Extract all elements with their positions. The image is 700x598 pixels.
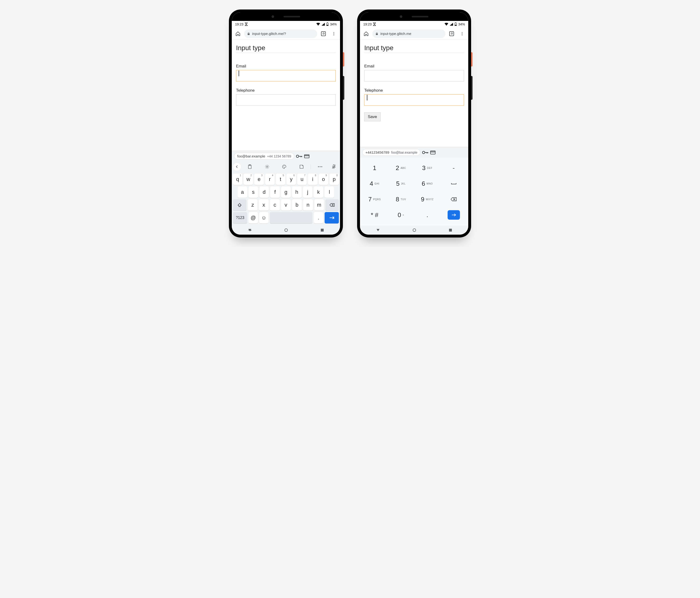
key-r[interactable]: r4 [265, 174, 274, 185]
svg-rect-35 [425, 152, 428, 153]
overflow-menu[interactable] [458, 29, 466, 38]
key-z[interactable]: z [248, 199, 258, 211]
key-g[interactable]: g [281, 186, 291, 198]
backspace-key[interactable] [325, 199, 339, 211]
telephone-field[interactable] [236, 94, 336, 106]
save-button[interactable]: Save [364, 112, 381, 121]
key-icon[interactable] [296, 154, 302, 158]
address-bar[interactable]: input-type.glitch.me/? [244, 29, 317, 38]
tab-switcher[interactable]: :D [447, 29, 456, 38]
key-b[interactable]: b [292, 199, 302, 211]
numkey-3[interactable]: 3DEF [414, 160, 441, 176]
key-o[interactable]: o9 [319, 174, 328, 185]
email-label: Email [236, 64, 336, 69]
clipboard-icon[interactable] [242, 161, 258, 172]
svg-point-40 [413, 229, 416, 231]
back-button[interactable] [376, 228, 380, 232]
wifi-icon [445, 23, 448, 26]
key-icon[interactable] [422, 151, 428, 154]
numkey-␣[interactable] [441, 176, 467, 192]
numkey-5[interactable]: 5JKL [388, 176, 414, 192]
at-key[interactable]: @ [249, 212, 258, 223]
key-j[interactable]: j [303, 186, 312, 198]
collapse-toolbar-button[interactable] [233, 163, 241, 171]
signal-icon [322, 23, 325, 26]
sticker-icon[interactable] [294, 161, 310, 172]
lock-icon [247, 32, 250, 35]
numkey-⌫[interactable] [441, 192, 467, 207]
tab-switcher[interactable]: :D [319, 29, 328, 38]
home-nav-button[interactable] [284, 228, 288, 232]
autofill-suggestion[interactable]: +44123456789 foo@bar.example [362, 149, 420, 156]
gear-icon[interactable] [259, 161, 275, 172]
key-s[interactable]: s [249, 186, 258, 198]
key-p[interactable]: p0 [330, 174, 339, 185]
key-e[interactable]: e3 [254, 174, 264, 185]
back-button[interactable] [248, 228, 252, 232]
hourglass-icon [373, 23, 376, 26]
key-m[interactable]: m [315, 199, 324, 211]
key-i[interactable]: i8 [308, 174, 317, 185]
key-t[interactable]: t5 [276, 174, 285, 185]
numkey-9[interactable]: 9WXYZ [414, 192, 441, 207]
numkey-.[interactable]: . [414, 207, 441, 223]
key-x[interactable]: x [259, 199, 269, 211]
key-l[interactable]: l [325, 186, 334, 198]
text-cursor [367, 95, 367, 100]
key-n[interactable]: n [303, 199, 313, 211]
recents-button[interactable] [321, 228, 324, 232]
overflow-menu[interactable] [330, 29, 338, 38]
numkey-4[interactable]: 4GHI [361, 176, 388, 192]
svg-rect-36 [427, 152, 427, 153]
home-button[interactable] [234, 29, 242, 38]
speaker-grill [412, 16, 428, 17]
key-f[interactable]: f [270, 186, 280, 198]
suggestion-tel: +44 1234 56789 [267, 154, 291, 158]
numkey-2[interactable]: 2ABC [388, 160, 414, 176]
key-k[interactable]: k [314, 186, 323, 198]
page-content: Input type Email Telephone [232, 40, 340, 151]
palette-icon[interactable] [276, 161, 293, 172]
numkey--[interactable]: - [441, 160, 467, 176]
numkey-7[interactable]: 7PQRS [361, 192, 388, 207]
svg-point-33 [462, 34, 462, 35]
svg-point-20 [320, 166, 321, 167]
shift-key[interactable] [233, 199, 247, 211]
recents-button[interactable] [449, 228, 452, 232]
svg-point-6 [334, 34, 334, 35]
home-nav-button[interactable] [412, 228, 416, 232]
period-key[interactable]: . [314, 212, 323, 223]
mic-off-icon[interactable] [329, 161, 339, 172]
key-d[interactable]: d [259, 186, 269, 198]
wifi-icon [316, 23, 320, 26]
numkey-6[interactable]: 6MNO [414, 176, 441, 192]
enter-key[interactable] [325, 212, 339, 223]
numkey-0[interactable]: 0+ [388, 207, 414, 223]
numkey-→[interactable] [441, 207, 467, 223]
camera-dot [400, 16, 402, 18]
numeric-keypad: 12ABC3DEF-4GHI5JKL6MNO7PQRS8TUV9WXYZ* #0… [360, 158, 468, 226]
address-bar[interactable]: input-type.glitch.me [372, 29, 446, 38]
key-y[interactable]: y6 [286, 174, 296, 185]
email-field[interactable] [364, 70, 464, 81]
more-icon[interactable] [312, 161, 328, 172]
key-h[interactable]: h [292, 186, 302, 198]
key-c[interactable]: c [270, 199, 280, 211]
key-v[interactable]: v [281, 199, 291, 211]
symbols-key[interactable]: ?123 [233, 212, 247, 223]
numkey-* #[interactable]: * # [361, 207, 388, 223]
home-button[interactable] [362, 29, 370, 38]
numkey-8[interactable]: 8TUV [388, 192, 414, 207]
autofill-suggestion[interactable]: foo@bar.example +44 1234 56789 [234, 153, 294, 159]
key-w[interactable]: w2 [244, 174, 253, 185]
key-a[interactable]: a [238, 186, 247, 198]
telephone-field[interactable] [364, 94, 464, 106]
space-key[interactable] [270, 212, 312, 223]
email-field[interactable] [236, 70, 336, 81]
numkey-1[interactable]: 1 [361, 160, 388, 176]
card-icon[interactable] [304, 154, 309, 158]
key-q[interactable]: q1 [233, 174, 242, 185]
card-icon[interactable] [430, 151, 435, 154]
key-u[interactable]: u7 [297, 174, 306, 185]
emoji-key[interactable]: ☺ [259, 212, 269, 223]
